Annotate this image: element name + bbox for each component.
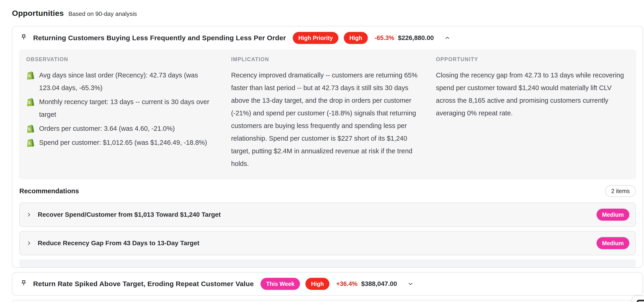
recommendation-row-left: Recover Spend/Customer from $1,013 Towar… bbox=[26, 211, 221, 218]
recommendation-title: Recover Spend/Customer from $1,013 Towar… bbox=[38, 211, 221, 218]
recommendation-row[interactable]: Reduce Recency Gap From 43 Days to 13-Da… bbox=[19, 231, 636, 255]
pin-icon[interactable] bbox=[19, 280, 28, 288]
observation-label: OBSERVATION bbox=[26, 56, 219, 62]
shopify-icon: S bbox=[26, 98, 35, 106]
recommendations-count-badge: 2 items bbox=[605, 185, 636, 197]
impact-value: $226,880.00 bbox=[398, 34, 434, 42]
chevron-right-icon[interactable] bbox=[26, 211, 32, 218]
priority-badge: High Priority bbox=[293, 32, 338, 44]
shopify-icon: S bbox=[26, 138, 35, 147]
delta-percent: -65.3% bbox=[375, 34, 394, 42]
page-title: Opportunities bbox=[12, 9, 64, 18]
pin-icon[interactable] bbox=[19, 33, 28, 42]
recommendations-header: Recommendations 2 items bbox=[19, 185, 636, 197]
analysis-panel: OBSERVATION S Avg days since last order … bbox=[19, 49, 636, 179]
opportunity-label: OPPORTUNITY bbox=[436, 56, 629, 62]
opportunity-card-1: Returning Customers Buying Less Frequent… bbox=[12, 26, 643, 268]
recommendations-heading: Recommendations bbox=[19, 187, 79, 195]
chevron-up-icon[interactable] bbox=[444, 34, 451, 42]
opportunity-column: OPPORTUNITY Closing the recency gap from… bbox=[436, 56, 629, 170]
opportunity-card-2-header[interactable]: Return Rate Spiked Above Target, Eroding… bbox=[12, 273, 642, 295]
implication-column: IMPLICATION Recency improved dramaticall… bbox=[231, 56, 424, 170]
svg-text:S: S bbox=[28, 141, 30, 146]
svg-text:S: S bbox=[28, 100, 30, 105]
opportunity-text: Closing the recency gap from 42.73 to 13… bbox=[436, 69, 629, 119]
opportunities-page: Opportunities Based on 90-day analysis R… bbox=[0, 0, 644, 302]
severity-badge: High bbox=[344, 32, 368, 44]
observation-item: S Monthly recency target: 13 days -- cur… bbox=[26, 96, 219, 121]
opportunity-title: Returning Customers Buying Less Frequent… bbox=[33, 34, 286, 42]
recommendations-list-overflow bbox=[19, 260, 636, 267]
svg-text:S: S bbox=[28, 127, 30, 132]
opportunity-card-3: Purchase Frequency Dropped 21% — Repeat … bbox=[12, 300, 643, 302]
delta-percent: +36.4% bbox=[336, 281, 358, 288]
floating-widget-button[interactable] bbox=[632, 296, 644, 302]
opportunity-card-2: Return Rate Spiked Above Target, Eroding… bbox=[12, 272, 643, 296]
chevron-down-icon[interactable] bbox=[407, 280, 414, 288]
severity-badge: High bbox=[306, 278, 329, 290]
recommendation-title: Reduce Recency Gap From 43 Days to 13-Da… bbox=[38, 240, 200, 247]
recommendation-row[interactable]: Recover Spend/Customer from $1,013 Towar… bbox=[19, 203, 636, 227]
page-subtitle: Based on 90-day analysis bbox=[68, 10, 137, 17]
recommendations-section: Recommendations 2 items Recover Spend/Cu… bbox=[12, 185, 642, 267]
shopify-icon: S bbox=[26, 124, 35, 133]
opportunity-card-1-header[interactable]: Returning Customers Buying Less Frequent… bbox=[12, 26, 642, 49]
implication-label: IMPLICATION bbox=[231, 56, 424, 62]
effort-badge: Medium bbox=[596, 209, 629, 221]
effort-badge: Medium bbox=[596, 237, 629, 249]
opportunity-card-3-header[interactable]: Purchase Frequency Dropped 21% — Repeat … bbox=[12, 301, 642, 302]
observation-item: S Spend per customer: $1,012.65 (was $1,… bbox=[26, 136, 219, 149]
recommendation-row-left: Reduce Recency Gap From 43 Days to 13-Da… bbox=[26, 240, 200, 247]
opportunity-title: Return Rate Spiked Above Target, Eroding… bbox=[33, 280, 254, 288]
widget-icon bbox=[637, 300, 644, 302]
observation-item: S Orders per customer: 3.64 (was 4.60, -… bbox=[26, 122, 219, 135]
implication-text: Recency improved dramatically -- custome… bbox=[231, 69, 424, 170]
observation-item: S Avg days since last order (Recency): 4… bbox=[26, 69, 219, 94]
shopify-icon: S bbox=[26, 71, 35, 80]
svg-text:S: S bbox=[28, 73, 30, 78]
timeframe-badge: This Week bbox=[260, 278, 300, 290]
page-header: Opportunities Based on 90-day analysis bbox=[12, 9, 644, 18]
observation-column: OBSERVATION S Avg days since last order … bbox=[26, 56, 219, 170]
impact-value: $388,047.00 bbox=[361, 280, 397, 288]
chevron-right-icon[interactable] bbox=[26, 240, 32, 246]
